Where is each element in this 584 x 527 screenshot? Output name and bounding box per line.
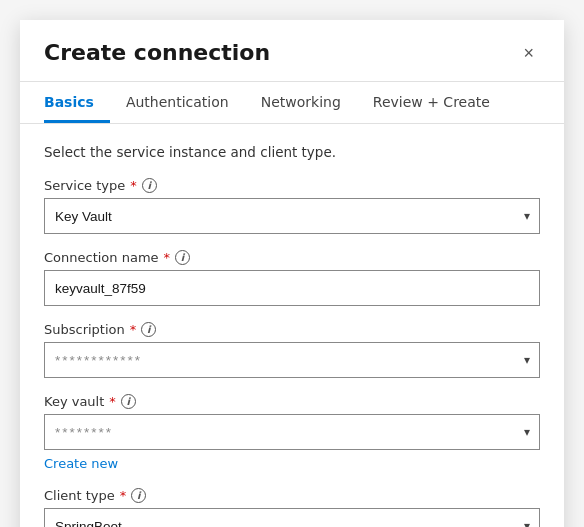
tab-authentication[interactable]: Authentication <box>110 82 245 123</box>
connection-name-field: Connection name * i <box>44 250 540 306</box>
client-type-label: Client type * i <box>44 488 540 503</box>
service-type-select[interactable]: Key Vault <box>44 198 540 234</box>
subscription-select[interactable]: ************ <box>44 342 540 378</box>
tab-bar: Basics Authentication Networking Review … <box>20 82 564 124</box>
close-button[interactable]: × <box>517 42 540 64</box>
section-description: Select the service instance and client t… <box>44 144 540 160</box>
dialog-body: Select the service instance and client t… <box>20 124 564 527</box>
key-vault-field: Key vault * i ******** ▾ Create new <box>44 394 540 472</box>
client-type-select-wrapper: SpringBoot ▾ <box>44 508 540 527</box>
connection-name-label: Connection name * i <box>44 250 540 265</box>
required-marker: * <box>130 322 137 337</box>
required-marker: * <box>120 488 127 503</box>
required-marker: * <box>109 394 116 409</box>
tab-networking[interactable]: Networking <box>245 82 357 123</box>
key-vault-select[interactable]: ******** <box>44 414 540 450</box>
key-vault-label: Key vault * i <box>44 394 540 409</box>
required-marker: * <box>164 250 171 265</box>
key-vault-select-wrapper: ******** ▾ <box>44 414 540 450</box>
client-type-info-icon: i <box>131 488 146 503</box>
client-type-select[interactable]: SpringBoot <box>44 508 540 527</box>
create-new-link[interactable]: Create new <box>44 456 118 471</box>
key-vault-info-icon: i <box>121 394 136 409</box>
subscription-field: Subscription * i ************ ▾ <box>44 322 540 378</box>
subscription-info-icon: i <box>141 322 156 337</box>
dialog-title: Create connection <box>44 40 270 65</box>
subscription-label: Subscription * i <box>44 322 540 337</box>
service-type-info-icon: i <box>142 178 157 193</box>
client-type-field: Client type * i SpringBoot ▾ <box>44 488 540 527</box>
required-marker: * <box>130 178 137 193</box>
tab-basics[interactable]: Basics <box>44 82 110 123</box>
connection-name-input[interactable] <box>44 270 540 306</box>
service-type-label: Service type * i <box>44 178 540 193</box>
connection-name-info-icon: i <box>175 250 190 265</box>
tab-review-create[interactable]: Review + Create <box>357 82 506 123</box>
dialog-header: Create connection × <box>20 20 564 82</box>
create-connection-dialog: Create connection × Basics Authenticatio… <box>20 20 564 527</box>
subscription-select-wrapper: ************ ▾ <box>44 342 540 378</box>
service-type-field: Service type * i Key Vault ▾ <box>44 178 540 234</box>
service-type-select-wrapper: Key Vault ▾ <box>44 198 540 234</box>
